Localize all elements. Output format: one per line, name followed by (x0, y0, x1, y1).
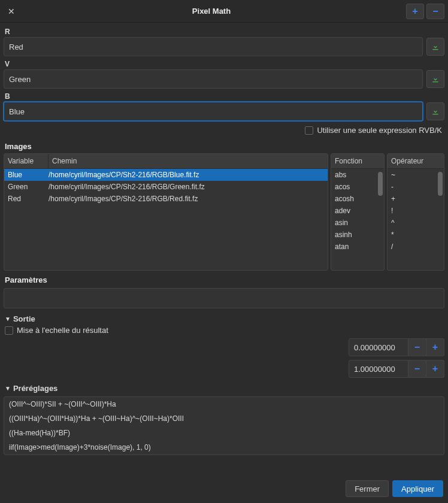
svg-rect-0 (432, 49, 438, 50)
presets-heading: Préréglages (13, 384, 57, 393)
download-icon (431, 107, 440, 116)
rescale-label: Mise à l'echelle du résultat (17, 326, 108, 335)
list-item[interactable]: ~ (388, 169, 444, 181)
presets-expander[interactable]: ▼ Préréglages (4, 378, 444, 395)
list-item[interactable]: acos (331, 181, 384, 193)
window-title: Pixel Math (19, 7, 404, 16)
output-high-minus[interactable]: − (408, 360, 426, 378)
col-path[interactable]: Chemin (49, 154, 328, 168)
output-heading: Sortie (13, 314, 35, 323)
parameters-box[interactable] (4, 288, 444, 308)
col-variable[interactable]: Variable (4, 154, 49, 168)
single-expression-checkbox[interactable] (305, 126, 313, 135)
list-item[interactable]: (OIII^~OIII)*SII + ~(OIII^~OIII)*Ha (4, 397, 444, 411)
list-item[interactable]: * (388, 229, 444, 241)
list-item[interactable]: asinh (331, 229, 384, 241)
functions-list: Fonction absacosacoshadevasinasinhatan (331, 153, 385, 271)
list-item[interactable]: ^ (388, 217, 444, 229)
list-item[interactable]: adev (331, 205, 384, 217)
list-item[interactable]: atan (331, 241, 384, 253)
r-label: R (4, 25, 444, 37)
images-heading: Images (4, 137, 444, 153)
presets-list: (OIII^~OIII)*SII + ~(OIII^~OIII)*Ha((OII… (4, 396, 444, 455)
download-icon (431, 42, 440, 51)
r-expression-input[interactable] (4, 37, 423, 56)
output-expander[interactable]: ▼ Sortie (4, 308, 444, 326)
list-item[interactable]: acosh (331, 193, 384, 205)
b-expression-input[interactable] (4, 102, 423, 121)
list-item[interactable]: iif(Image>med(Image)+3*noise(Image), 1, … (4, 440, 444, 454)
b-load-button[interactable] (426, 102, 444, 120)
g-label: V (4, 57, 444, 69)
output-low-minus[interactable]: − (408, 338, 426, 356)
titlebar: ✕ Pixel Math + − (0, 0, 448, 23)
operators-scrollbar[interactable] (438, 172, 443, 268)
output-low-plus[interactable]: + (426, 338, 444, 356)
table-row[interactable]: Red/home/cyril/Images/CP/Sh2-216/RGB/Red… (4, 193, 328, 205)
g-expression-input[interactable] (4, 69, 423, 89)
list-item[interactable]: - (388, 181, 444, 193)
b-label: B (4, 90, 444, 102)
apply-button[interactable]: Appliquer (392, 480, 443, 497)
col-operator[interactable]: Opérateur (388, 154, 444, 168)
rescale-checkbox[interactable] (5, 326, 13, 335)
col-function[interactable]: Fonction (331, 154, 384, 168)
output-low-input[interactable] (349, 338, 408, 356)
parameters-heading: Paramètres (4, 271, 444, 287)
output-high-input[interactable] (349, 360, 408, 378)
list-item[interactable]: ((Ha-med(Ha))*BF) (4, 426, 444, 440)
g-load-button[interactable] (426, 70, 444, 88)
images-table: Variable Chemin Blue/home/cyril/Images/C… (4, 153, 328, 271)
download-icon (431, 74, 440, 84)
single-expression-label: Utiliser une seule expression RVB/K (317, 126, 442, 135)
output-high-plus[interactable]: + (426, 360, 444, 378)
list-item[interactable]: / (388, 241, 444, 253)
remove-preset-button[interactable]: − (426, 4, 444, 19)
svg-rect-1 (432, 81, 438, 82)
chevron-down-icon: ▼ (5, 316, 11, 322)
list-item[interactable]: asin (331, 217, 384, 229)
operators-list: Opérateur ~-+!^*/ (387, 153, 444, 271)
add-preset-button[interactable]: + (406, 4, 424, 19)
table-row[interactable]: Blue/home/cyril/Images/CP/Sh2-216/RGB/Bl… (4, 169, 328, 181)
list-item[interactable]: abs (331, 169, 384, 181)
chevron-down-icon: ▼ (5, 385, 11, 392)
list-item[interactable]: ! (388, 205, 444, 217)
list-item[interactable]: + (388, 193, 444, 205)
close-dialog-button[interactable]: Fermer (346, 480, 389, 497)
list-item[interactable]: ((OIII*Ha)^~(OIII*Ha))*Ha + ~(OIII~Ha)^~… (4, 411, 444, 426)
r-load-button[interactable] (426, 38, 444, 56)
close-button[interactable]: ✕ (4, 4, 19, 19)
svg-rect-2 (432, 114, 438, 114)
functions-scrollbar[interactable] (378, 172, 383, 268)
table-row[interactable]: Green/home/cyril/Images/CP/Sh2-216/RGB/G… (4, 181, 328, 193)
